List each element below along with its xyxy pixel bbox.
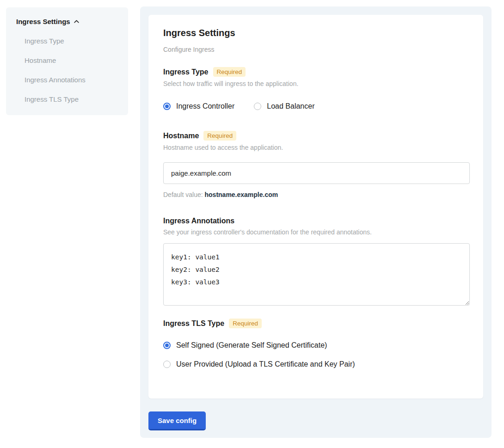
section-hostname: Hostname Required Hostname used to acces… (163, 131, 468, 198)
hostname-default-line: Default value: hostname.example.com (163, 191, 468, 198)
section-label-hostname: Hostname (163, 132, 199, 140)
help-text-ingress-annotations: See your ingress controller's documentat… (163, 228, 468, 236)
ingress-annotations-textarea[interactable]: key1: value1 key2: value2 key3: value3 (163, 243, 470, 306)
radio-option-load-balancer[interactable]: Load Balancer (254, 102, 314, 110)
section-label-ingress-type: Ingress Type (163, 68, 209, 76)
hostname-input[interactable] (163, 162, 470, 184)
radio-option-self-signed[interactable]: Self Signed (Generate Self Signed Certif… (163, 341, 468, 350)
radio-icon[interactable] (163, 342, 171, 349)
radio-option-ingress-controller[interactable]: Ingress Controller (163, 102, 234, 110)
section-ingress-annotations: Ingress Annotations See your ingress con… (163, 217, 468, 306)
page-subtitle: Configure Ingress (163, 46, 468, 53)
config-nav-sidebar: Ingress Settings Ingress Type Hostname I… (6, 7, 128, 115)
required-badge: Required (213, 67, 246, 77)
help-text-hostname: Hostname used to access the application. (163, 144, 468, 151)
radio-label: Self Signed (Generate Self Signed Certif… (176, 341, 327, 350)
required-badge: Required (203, 131, 236, 141)
section-ingress-type: Ingress Type Required Select how traffic… (163, 67, 468, 110)
page-title: Ingress Settings (163, 28, 468, 38)
radio-label: User Provided (Upload a TLS Certificate … (176, 360, 355, 368)
sidebar-group-ingress-settings[interactable]: Ingress Settings (16, 18, 119, 25)
chevron-up-icon[interactable] (74, 18, 80, 25)
sidebar-item-ingress-tls-type[interactable]: Ingress TLS Type (16, 95, 119, 103)
ingress-type-radio-group: Ingress Controller Load Balancer (163, 102, 468, 110)
ingress-settings-card: Ingress Settings Configure Ingress Ingre… (148, 15, 483, 399)
radio-option-user-provided[interactable]: User Provided (Upload a TLS Certificate … (163, 360, 468, 368)
default-value: hostname.example.com (205, 191, 278, 198)
radio-label: Load Balancer (267, 102, 314, 110)
default-label: Default value: (163, 191, 203, 198)
radio-icon[interactable] (163, 103, 171, 110)
sidebar-item-ingress-annotations[interactable]: Ingress Annotations (16, 76, 119, 84)
section-ingress-tls-type: Ingress TLS Type Required Self Signed (G… (163, 319, 468, 368)
section-label-ingress-annotations: Ingress Annotations (163, 217, 234, 225)
radio-icon[interactable] (163, 361, 171, 368)
config-main-panel: Ingress Settings Configure Ingress Ingre… (140, 6, 492, 438)
radio-icon[interactable] (254, 103, 261, 110)
save-config-button[interactable]: Save config (148, 411, 206, 430)
section-label-ingress-tls-type: Ingress TLS Type (163, 319, 224, 328)
radio-label: Ingress Controller (176, 102, 234, 110)
sidebar-item-hostname[interactable]: Hostname (16, 56, 119, 64)
help-text-ingress-type: Select how traffic will ingress to the a… (163, 80, 468, 87)
required-badge: Required (229, 319, 262, 328)
sidebar-group-label: Ingress Settings (16, 18, 70, 25)
tls-type-radio-group: Self Signed (Generate Self Signed Certif… (163, 341, 468, 368)
sidebar-item-ingress-type[interactable]: Ingress Type (16, 37, 119, 45)
